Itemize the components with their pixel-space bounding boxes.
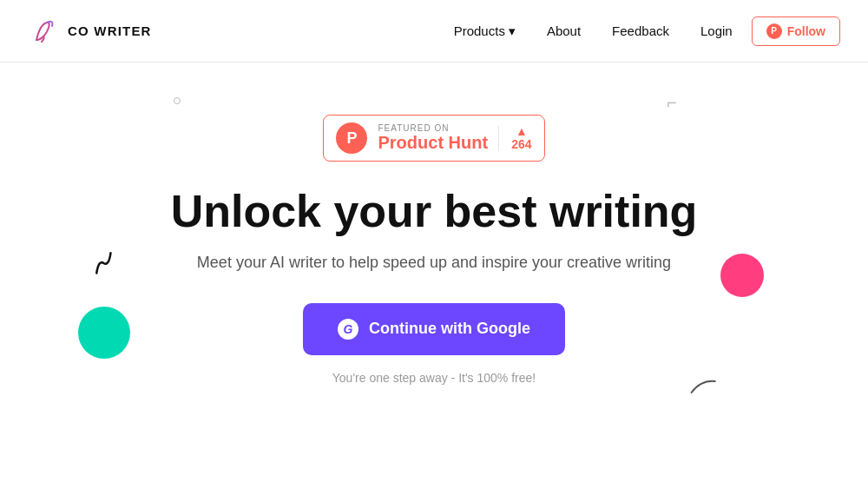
main-headline: Unlock your best writing [171,186,698,238]
nav-about[interactable]: About [535,17,593,45]
nav-products[interactable]: Products ▾ [442,17,528,46]
free-label: You're one step away - It's 100% free! [332,371,536,385]
main-content: ⌐ P FEATURED ON Product Hunt ▲ 264 Unloc… [0,63,868,385]
deco-teal-circle [78,307,130,359]
logo-area[interactable]: CO WRITER [28,16,152,47]
deco-pink-circle [720,254,764,297]
chevron-down-icon: ▾ [509,23,516,39]
deco-circle [174,97,181,104]
ph-badge-text: FEATURED ON Product Hunt [378,123,488,153]
nav-login[interactable]: Login [688,17,745,45]
ph-name: Product Hunt [378,133,488,153]
google-icon: G [338,319,358,340]
ph-badge-icon: P [336,122,367,154]
deco-slash [683,370,723,403]
cta-label: Continue with Google [369,320,530,338]
logo-icon [28,16,59,47]
logo-text: CO WRITER [68,23,152,38]
ph-votes-arrow: ▲ [516,125,528,137]
product-hunt-badge[interactable]: P FEATURED ON Product Hunt ▲ 264 [323,115,544,162]
nav-links: Products ▾ About Feedback Login P Follow [442,17,840,46]
ph-votes: ▲ 264 [498,125,531,151]
deco-angle: ⌐ [667,93,677,113]
follow-button[interactable]: P Follow [752,17,840,46]
ph-icon: P [766,23,782,39]
ph-featured-label: FEATURED ON [378,123,488,133]
subheadline: Meet your AI writer to help speed up and… [197,254,671,272]
deco-squiggle [82,237,134,294]
cta-button[interactable]: G Continue with Google [303,303,565,355]
ph-votes-count: 264 [511,137,531,151]
navbar: CO WRITER Products ▾ About Feedback Logi… [0,0,868,63]
nav-feedback[interactable]: Feedback [600,17,681,45]
